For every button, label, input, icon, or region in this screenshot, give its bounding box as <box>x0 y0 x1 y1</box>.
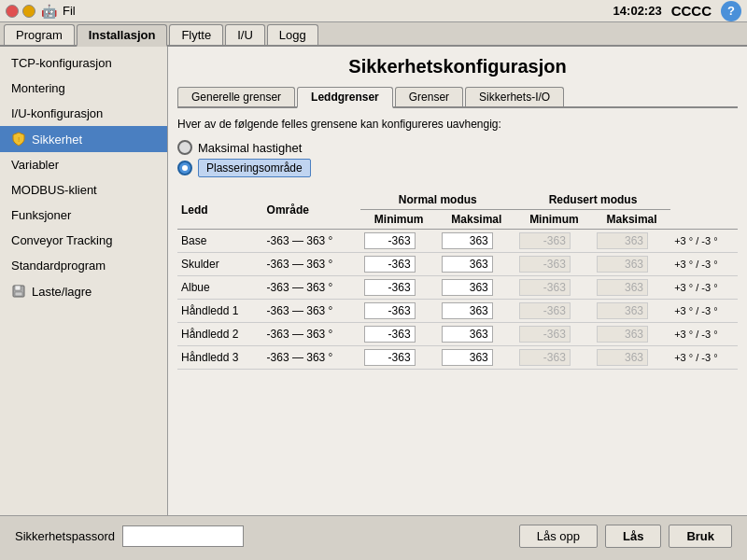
sub-tab-sikkerhets-io[interactable]: Sikkerhets-I/O <box>465 87 564 106</box>
cell-redusert-min <box>515 323 593 346</box>
radio-group: Maksimal hastighet Plasseringsområde <box>177 140 738 177</box>
close-icon[interactable] <box>6 5 19 18</box>
cell-normal-max <box>438 300 515 323</box>
input-normal-max[interactable] <box>442 326 493 343</box>
sidebar-item-tcp[interactable]: TCP-konfigurasjon <box>0 50 167 76</box>
input-normal-min[interactable] <box>364 349 416 366</box>
unlock-button[interactable]: Lås opp <box>519 525 598 548</box>
input-redusert-min <box>519 326 571 343</box>
cell-suffix: +3 ° / -3 ° <box>670 323 738 346</box>
sidebar-label: Conveyor Tracking <box>11 233 112 247</box>
input-redusert-min <box>519 232 571 249</box>
cell-redusert-max <box>593 323 670 346</box>
cell-normal-min <box>360 323 438 346</box>
radio-plassering-button[interactable]: Plasseringsområde <box>198 159 311 177</box>
cell-suffix: +3 ° / -3 ° <box>670 276 738 300</box>
page-title: Sikkerhetskonfigurasjon <box>177 56 738 77</box>
input-normal-min[interactable] <box>364 256 416 273</box>
cell-suffix: +3 ° / -3 ° <box>670 230 738 253</box>
cell-redusert-max <box>593 253 670 276</box>
cell-omrade: -363 — 363 ° <box>263 346 360 370</box>
cell-normal-max <box>438 253 515 276</box>
clock: 14:02:23 <box>613 4 662 18</box>
input-normal-max[interactable] <box>442 232 493 249</box>
col-redusert-min: Minimum <box>515 210 593 230</box>
input-normal-min[interactable] <box>364 232 416 249</box>
radio-option-plassering[interactable]: Plasseringsområde <box>177 159 738 177</box>
sidebar-item-laste[interactable]: Laste/lagre <box>0 278 167 304</box>
cell-redusert-min <box>515 346 593 370</box>
input-normal-min[interactable] <box>364 279 416 296</box>
sub-tab-grenser[interactable]: Grenser <box>395 87 463 106</box>
cell-omrade: -363 — 363 ° <box>263 276 360 300</box>
cell-normal-min <box>360 346 438 370</box>
sub-tab-leddgrenser[interactable]: Leddgrenser <box>297 87 393 108</box>
lock-button[interactable]: Lås <box>605 525 661 548</box>
cell-redusert-min <box>515 300 593 323</box>
content-area: Sikkerhetskonfigurasjon Generelle grense… <box>168 47 747 515</box>
sub-tabs: Generelle grenser Leddgrenser Grenser Si… <box>177 87 738 108</box>
sidebar-item-modbus[interactable]: MODBUS-klient <box>0 177 167 203</box>
sidebar-label: Funksjoner <box>11 208 71 222</box>
sub-tab-generelle[interactable]: Generelle grenser <box>177 87 295 106</box>
cell-ledd: Skulder <box>177 253 263 276</box>
sidebar-item-sikkerhet[interactable]: ! Sikkerhet <box>0 126 167 152</box>
sidebar-item-iu[interactable]: I/U-konfigurasjon <box>0 101 167 126</box>
sidebar-item-variabler[interactable]: Variabler <box>0 152 167 177</box>
cell-suffix: +3 ° / -3 ° <box>670 346 738 370</box>
tab-program[interactable]: Program <box>4 24 75 45</box>
table-row: Albue-363 — 363 °+3 ° / -3 ° <box>177 276 738 300</box>
cell-redusert-max <box>593 276 670 300</box>
sidebar-item-standardprogram[interactable]: Standardprogram <box>0 253 167 278</box>
cell-normal-max <box>438 323 515 346</box>
sidebar-label: Montering <box>11 81 65 95</box>
col-omrade: Område <box>263 190 360 230</box>
app-logo: 🤖 <box>41 4 57 19</box>
tab-flytte[interactable]: Flytte <box>169 24 223 45</box>
input-redusert-min <box>519 302 571 319</box>
title-bar: 🤖 Fil 14:02:23 CCCC ? <box>0 0 747 22</box>
tab-iu[interactable]: I/U <box>225 24 265 45</box>
cell-normal-max <box>438 346 515 370</box>
bottom-left: Sikkerhetspassord <box>15 525 244 547</box>
input-normal-max[interactable] <box>442 256 493 273</box>
input-redusert-min <box>519 256 571 273</box>
sidebar-label: I/U-konfigurasjon <box>11 106 103 120</box>
sidebar-item-funksjoner[interactable]: Funksjoner <box>0 203 167 228</box>
password-input[interactable] <box>122 525 244 547</box>
sidebar-item-montering[interactable]: Montering <box>0 76 167 101</box>
cell-redusert-max <box>593 300 670 323</box>
input-normal-max[interactable] <box>442 302 493 319</box>
title-bar-right: 14:02:23 CCCC ? <box>613 1 741 21</box>
tab-logg[interactable]: Logg <box>267 24 318 45</box>
table-row: Håndledd 1-363 — 363 °+3 ° / -3 ° <box>177 300 738 323</box>
cell-ledd: Base <box>177 230 263 253</box>
cell-suffix: +3 ° / -3 ° <box>670 253 738 276</box>
input-redusert-max <box>597 302 648 319</box>
shield-icon: ! <box>11 132 26 147</box>
input-normal-min[interactable] <box>364 326 416 343</box>
cell-redusert-min <box>515 276 593 300</box>
description-text: Hver av de følgende felles grensene kan … <box>177 118 738 131</box>
svg-text:!: ! <box>18 135 20 144</box>
sidebar-item-conveyor[interactable]: Conveyor Tracking <box>0 228 167 253</box>
apply-button[interactable]: Bruk <box>669 525 732 548</box>
col-ledd: Ledd <box>177 190 263 230</box>
input-redusert-min <box>519 279 571 296</box>
cell-redusert-min <box>515 253 593 276</box>
cell-normal-min <box>360 253 438 276</box>
minimize-icon[interactable] <box>22 5 35 18</box>
password-label: Sikkerhetspassord <box>15 529 115 543</box>
radio-option-hastighet[interactable]: Maksimal hastighet <box>177 140 738 155</box>
cell-ledd: Håndledd 1 <box>177 300 263 323</box>
status-indicator: CCCC <box>671 3 712 19</box>
input-normal-max[interactable] <box>442 279 493 296</box>
cell-suffix: +3 ° / -3 ° <box>670 300 738 323</box>
help-button[interactable]: ? <box>721 1 741 21</box>
table-row: Håndledd 2-363 — 363 °+3 ° / -3 ° <box>177 323 738 346</box>
col-suffix-header <box>670 190 738 230</box>
input-normal-min[interactable] <box>364 302 416 319</box>
input-normal-max[interactable] <box>442 349 493 366</box>
tab-installasjon[interactable]: Installasjon <box>77 24 168 47</box>
table-row: Base-363 — 363 °+3 ° / -3 ° <box>177 230 738 253</box>
